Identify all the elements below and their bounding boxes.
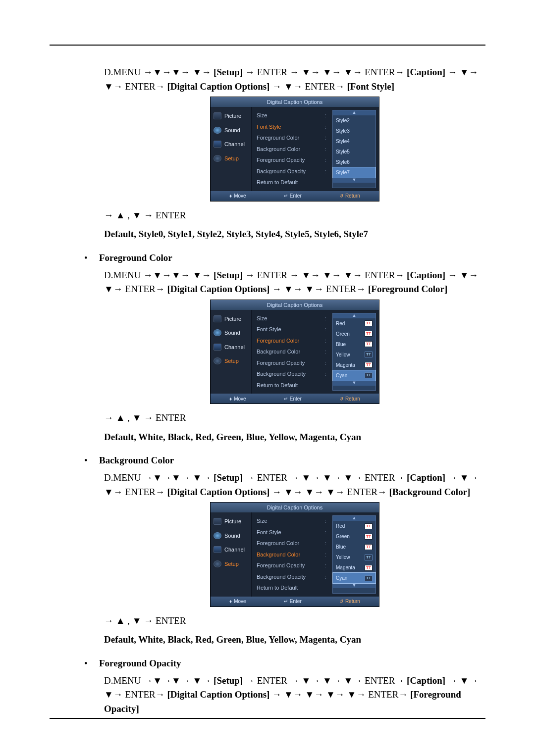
dd-item[interactable]: Style6 [333, 157, 375, 167]
channel-icon [214, 546, 221, 553]
chevron-down-icon[interactable]: ▼ [333, 381, 375, 386]
side-label: Picture [224, 517, 241, 526]
osd-row-bgopacity[interactable]: Background Opacity: [257, 166, 326, 177]
footer-label: Return [345, 395, 360, 403]
osd-footer: ♦Move ↵Enter ↺Return [211, 597, 379, 606]
side-label: Setup [224, 357, 239, 365]
section-font-style: D.MENU →▼→▼→ ▼→ [Setup] → ENTER → ▼→ ▼→ … [104, 65, 485, 242]
osd-row-bgcolor[interactable]: Background Color: [257, 346, 326, 357]
nav-text: → ▼→ ▼→ ▼→ ▼→ ENTER→ [269, 689, 410, 700]
nav-setup: [Setup] [214, 67, 243, 77]
dd-item[interactable]: MagentaTT [333, 562, 375, 573]
dd-item[interactable]: Style5 [333, 147, 375, 157]
bullet-fgcolor: • Foreground Color [84, 252, 485, 263]
enter-icon: ↵ [284, 598, 288, 605]
side-label: Channel [224, 140, 245, 149]
osd-main: Picture Sound Channel Setup Size: Font S… [211, 107, 379, 191]
footer-enter: ↵Enter [284, 598, 302, 605]
side-picture[interactable]: Picture [211, 109, 251, 123]
nav-text: D.MENU →▼→▼→ ▼→ [104, 472, 214, 483]
footer-move: ♦Move [229, 598, 246, 605]
picture-icon [214, 518, 221, 525]
side-channel[interactable]: Channel [211, 137, 251, 151]
dd-item[interactable]: RedTT [333, 521, 375, 531]
dd-item[interactable]: BlueTT [333, 339, 375, 350]
side-setup[interactable]: Setup [211, 557, 251, 571]
side-sound[interactable]: Sound [211, 529, 251, 543]
dd-item[interactable]: Style2 [333, 115, 375, 126]
dd-label: Style6 [336, 158, 350, 166]
nav-setup: [Setup] [214, 675, 243, 686]
osd-sidebar: Picture Sound Channel Setup [211, 107, 252, 191]
osd-row-fgcolor[interactable]: Foreground Color: [257, 335, 326, 347]
osd-row-bgopacity[interactable]: Background Opacity: [257, 368, 326, 380]
osd-row-bgcolor[interactable]: Background Color: [257, 144, 326, 155]
osd-row-fontstyle[interactable]: Font Style: [257, 121, 326, 133]
dd-item[interactable]: Style3 [333, 126, 375, 136]
dd-label: Yellow [336, 351, 350, 358]
dd-label: Yellow [336, 554, 350, 561]
side-channel[interactable]: Channel [211, 543, 251, 557]
nav-target: [Font Style] [347, 81, 394, 92]
osd-row-bgcolor[interactable]: Background Color: [257, 549, 326, 560]
osd-list: Size: Font Style: Foreground Color: Back… [257, 313, 326, 391]
osd-row-fgopacity[interactable]: Foreground Opacity: [257, 357, 326, 369]
dd-item-selected[interactable]: CyanTT [333, 573, 375, 583]
channel-icon [214, 344, 221, 351]
dd-label: Red [336, 522, 345, 530]
osd-row-fgopacity[interactable]: Foreground Opacity: [257, 154, 326, 166]
updown-icon: ♦ [229, 192, 232, 200]
chevron-up-icon[interactable]: ▲ [333, 110, 375, 115]
osd-row-fontstyle[interactable]: Font Style: [257, 324, 326, 335]
bullet-icon: • [84, 455, 99, 466]
osd-row-fontstyle[interactable]: Font Style: [257, 527, 326, 538]
dd-item[interactable]: MagentaTT [333, 360, 375, 370]
side-picture[interactable]: Picture [211, 312, 251, 326]
dd-item[interactable]: BlueTT [333, 542, 375, 552]
swatch-icon: TT [365, 331, 373, 337]
row-label: Return to Default [257, 381, 298, 390]
chevron-up-icon[interactable]: ▲ [333, 313, 375, 318]
dd-item-selected[interactable]: CyanTT [333, 370, 375, 381]
row-label: Foreground Color [257, 134, 299, 142]
values-font-style: Default, Style0, Style1, Style2, Style3,… [104, 227, 485, 242]
footer-label: Return [345, 192, 360, 200]
side-channel[interactable]: Channel [211, 340, 251, 354]
osd-footer: ♦Move ↵Enter ↺Return [211, 191, 379, 201]
osd-row-returndefault[interactable]: Return to Default [257, 380, 326, 391]
footer-label: Move [234, 395, 246, 403]
style-dropdown[interactable]: ▲ Style2 Style3 Style4 Style5 Style6 Sty… [332, 110, 376, 188]
side-picture[interactable]: Picture [211, 514, 251, 529]
dd-item[interactable]: Style4 [333, 136, 375, 147]
side-sound[interactable]: Sound [211, 326, 251, 340]
osd-row-size[interactable]: Size: [257, 313, 326, 324]
chevron-up-icon[interactable]: ▲ [333, 516, 375, 521]
side-label: Sound [224, 329, 240, 337]
osd-row-size[interactable]: Size: [257, 110, 326, 121]
osd-row-fgcolor[interactable]: Foreground Color: [257, 538, 326, 549]
osd-row-returndefault[interactable]: Return to Default [257, 177, 326, 188]
osd-row-fgcolor[interactable]: Foreground Color: [257, 132, 326, 144]
side-label: Channel [224, 343, 245, 352]
chevron-down-icon[interactable]: ▼ [333, 178, 375, 183]
side-setup[interactable]: Setup [211, 151, 251, 166]
osd-row-returndefault[interactable]: Return to Default [257, 582, 326, 594]
side-setup[interactable]: Setup [211, 354, 251, 368]
color-dropdown[interactable]: ▲ RedTT GreenTT BlueTT YellowTT MagentaT… [332, 313, 376, 391]
osd-row-bgopacity[interactable]: Background Opacity: [257, 571, 326, 583]
side-sound[interactable]: Sound [211, 123, 251, 138]
dd-item-selected[interactable]: Style7 [333, 167, 375, 178]
dd-item[interactable]: GreenTT [333, 329, 375, 339]
osd-font-style: Digital Caption Options Picture Sound Ch… [210, 97, 379, 202]
chevron-down-icon[interactable]: ▼ [333, 583, 375, 588]
dd-item[interactable]: RedTT [333, 318, 375, 329]
color-dropdown[interactable]: ▲ RedTT GreenTT BlueTT YellowTT MagentaT… [332, 515, 376, 594]
osd-list: Size: Font Style: Foreground Color: Back… [257, 515, 326, 594]
osd-row-fgopacity[interactable]: Foreground Opacity: [257, 560, 326, 571]
dd-item[interactable]: GreenTT [333, 531, 375, 542]
dd-item[interactable]: YellowTT [333, 350, 375, 360]
nav-text: → ENTER → ▼→ ▼→ ▼→ ENTER→ [243, 675, 407, 686]
footer-label: Move [234, 598, 246, 605]
dd-item[interactable]: YellowTT [333, 552, 375, 562]
osd-row-size[interactable]: Size: [257, 515, 326, 527]
